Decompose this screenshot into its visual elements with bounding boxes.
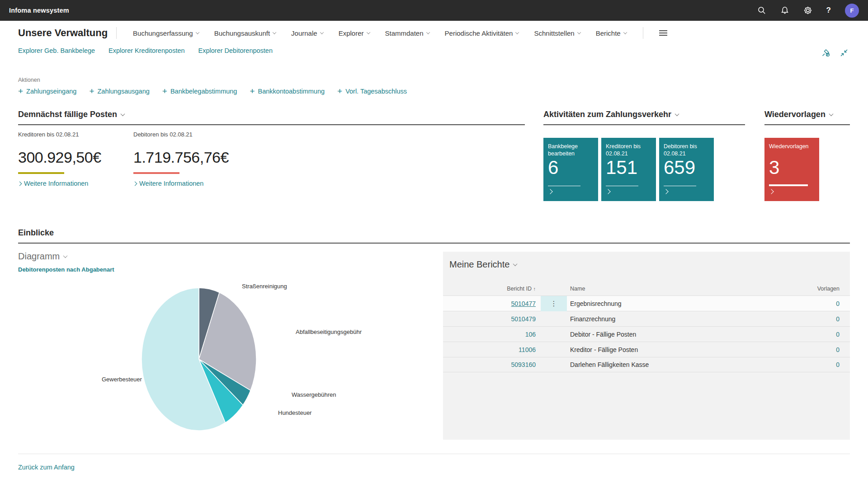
more-info-link[interactable]: Weitere Informationen (18, 180, 133, 187)
chevron-down-icon (829, 112, 833, 116)
due-amount: 1.719.756,76€ (133, 149, 249, 166)
action-bankkontoabstimmung[interactable]: +Bankkontoabstimmung (250, 88, 325, 95)
report-templates-count[interactable]: 0 (793, 300, 840, 307)
footer-divider (18, 454, 850, 454)
table-row[interactable]: 11006 Kreditor - Fällige Posten 0 (443, 342, 850, 357)
chevron-down-icon (63, 253, 68, 258)
report-id-link[interactable]: 5093160 (443, 361, 536, 368)
kpi-bar (18, 172, 64, 174)
report-id-link[interactable]: 106 (443, 331, 536, 338)
report-templates-count[interactable]: 0 (793, 331, 840, 338)
plus-icon: + (162, 88, 167, 94)
action-vorl-tagesabschluss[interactable]: +Vorl. Tagesabschluss (337, 88, 407, 95)
section-payment-activities: Aktivitäten zum Zahlungsverkehr Bankbele… (543, 110, 745, 201)
chevron-down-icon (320, 30, 323, 34)
back-to-top-link[interactable]: Zurück zum Anfang (18, 464, 75, 471)
report-templates-count[interactable]: 0 (793, 346, 840, 353)
section-divider (18, 243, 850, 244)
nav-item-berichte[interactable]: Berichte (596, 29, 627, 37)
activities-section-title[interactable]: Aktivitäten zum Zahlungsverkehr (543, 110, 745, 119)
help-icon[interactable]: ? (826, 6, 831, 15)
settings-gear-icon[interactable] (803, 6, 812, 15)
user-avatar[interactable]: F (845, 4, 859, 18)
tile-divider (769, 184, 808, 186)
pie-label-gewerbesteuer: Gewerbesteuer (102, 376, 142, 383)
due-section-title[interactable]: Demnächst fällige Posten (18, 110, 525, 119)
table-row[interactable]: 5010479 Finanzrechnung 0 (443, 311, 850, 326)
pie-label-strassenreinigung: Straßenreinigung (242, 283, 287, 290)
app-top-bar: Infoma newsystem ? F (0, 0, 868, 21)
action-zahlungseingang[interactable]: +Zahlungseingang (18, 88, 76, 95)
unpin-icon[interactable] (821, 48, 831, 58)
chevron-down-icon (121, 112, 125, 116)
collapse-icon[interactable] (839, 48, 849, 58)
hamburger-menu-icon[interactable] (659, 30, 667, 36)
plus-icon: + (250, 88, 255, 94)
chevron-right-icon (769, 187, 773, 195)
due-card-debitoren: Debitoren bis 02.08.21 1.719.756,76€ Wei… (133, 131, 249, 187)
nav-item-buchungserfassung[interactable]: Buchungserfassung (133, 29, 199, 37)
link-explorer-kreditorenposten[interactable]: Explorer Kreditorenposten (108, 47, 184, 54)
reminders-section-title[interactable]: Wiedervorlagen (764, 110, 850, 119)
table-row[interactable]: 5093160 Darlehen Fälligkeiten Kasse 0 (443, 357, 850, 372)
cue-tile-debitoren[interactable]: Debitoren bis 02.08.21 659 (659, 138, 714, 201)
report-name: Ergebnisrechnung (570, 300, 793, 307)
due-card-kreditoren: Kreditoren bis 02.08.21 300.929,50€ Weit… (18, 131, 133, 187)
cue-tile-kreditoren[interactable]: Kreditoren bis 02.08.21 151 (601, 138, 656, 201)
plus-icon: + (18, 88, 23, 94)
link-explorer-geb-bankbelege[interactable]: Explorer Geb. Bankbelege (18, 47, 95, 54)
tile-divider (606, 186, 638, 186)
chevron-down-icon (623, 30, 627, 34)
report-id-link[interactable]: 5010479 (443, 315, 536, 323)
notifications-bell-icon[interactable] (780, 6, 789, 15)
report-templates-count[interactable]: 0 (793, 361, 840, 368)
link-explorer-debitorenposten[interactable]: Explorer Debitorenposten (198, 47, 273, 54)
nav-item-journale[interactable]: Journale (291, 29, 323, 37)
column-header-bericht-id[interactable]: Bericht ID ↑ (443, 286, 536, 292)
nav-item-stammdaten[interactable]: Stammdaten (385, 29, 429, 37)
section-divider (543, 124, 745, 125)
due-caption: Kreditoren bis 02.08.21 (18, 131, 133, 138)
ribbon-icons (821, 48, 849, 58)
search-icon[interactable] (757, 6, 766, 15)
action-zahlungsausgang[interactable]: +Zahlungsausgang (89, 88, 149, 95)
report-templates-count[interactable]: 0 (793, 315, 840, 323)
cue-tile-bankbelege[interactable]: Bankbelege bearbeiten 6 (543, 138, 598, 201)
chevron-down-icon (515, 30, 519, 34)
table-row[interactable]: 106 Debitor - Fällige Posten 0 (443, 326, 850, 342)
app-title: Infoma newsystem (9, 7, 69, 14)
reports-table-header: Bericht ID ↑ Name Vorlagen (443, 282, 850, 296)
nav-item-explorer[interactable]: Explorer (339, 29, 370, 37)
report-name: Kreditor - Fällige Posten (570, 346, 793, 353)
main-navigation: Unsere Verwaltung Buchungserfassung Buch… (0, 21, 868, 45)
chevron-down-icon (195, 30, 199, 34)
chevron-right-icon (664, 187, 668, 195)
report-id-link[interactable]: 11006 (443, 346, 536, 353)
cue-tile-wiedervorlagen[interactable]: Wiedervorlagen 3 (764, 138, 819, 201)
action-bankbelegabstimmung[interactable]: +Bankbelegabstimmung (162, 88, 237, 95)
section-divider (18, 124, 525, 125)
report-name: Darlehen Fälligkeiten Kasse (570, 361, 793, 368)
actions-row: +Zahlungseingang +Zahlungsausgang +Bankb… (18, 88, 407, 95)
nav-item-schnittstellen[interactable]: Schnittstellen (534, 29, 580, 37)
row-actions-button[interactable]: ⋮ (541, 296, 567, 311)
report-id-link[interactable]: 5010477 (443, 300, 536, 307)
column-header-vorlagen[interactable]: Vorlagen (793, 286, 840, 292)
report-name: Debitor - Fällige Posten (570, 331, 793, 338)
role-center-page: Infoma newsystem ? F Unsere Verwaltung B… (0, 0, 868, 488)
column-header-name[interactable]: Name (570, 286, 793, 292)
tile-divider (664, 186, 696, 186)
my-reports-title[interactable]: Meine Berichte (443, 252, 850, 270)
chart-subtitle-link[interactable]: Debitorenposten nach Abgabenart (18, 266, 114, 273)
table-row[interactable]: 5010477 ⋮ Ergebnisrechnung 0 (443, 296, 850, 311)
nav-item-periodische-aktivitaeten[interactable]: Periodische Aktivitäten (445, 29, 519, 37)
chart-header[interactable]: Diagramm (18, 251, 67, 262)
more-info-link[interactable]: Weitere Informationen (133, 180, 249, 187)
nav-item-buchungsauskunft[interactable]: Buchungsauskunft (214, 29, 276, 37)
vertical-ellipsis-icon: ⋮ (551, 300, 557, 308)
pie-label-abfallbeseitigungsgebuehr: Abfallbeseitigungsgebühr (296, 328, 362, 335)
role-center-title[interactable]: Unsere Verwaltung (18, 27, 108, 39)
chevron-down-icon (366, 30, 370, 34)
section-divider (764, 124, 850, 125)
sort-ascending-icon: ↑ (533, 286, 536, 291)
